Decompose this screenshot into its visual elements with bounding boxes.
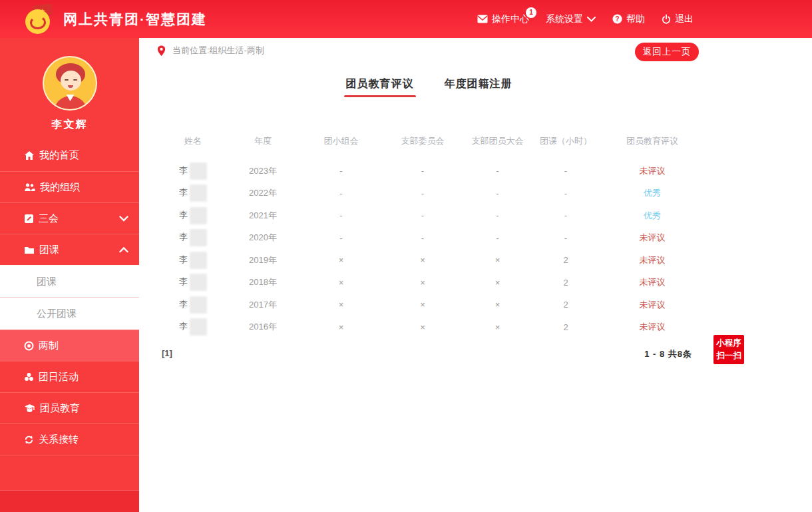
branch-committee-cell: × bbox=[383, 255, 463, 265]
year-cell: 2020年 bbox=[226, 232, 300, 244]
chevron-down-icon bbox=[587, 17, 596, 22]
nav-action-center-label: 操作中心 bbox=[492, 13, 529, 25]
column-header: 姓名 bbox=[160, 135, 226, 147]
redacted-name-blur bbox=[190, 207, 207, 224]
sidebar: 李文辉 我的首页 我的组织 三会 团课 bbox=[0, 38, 139, 512]
branch-assembly-cell: × bbox=[463, 322, 532, 332]
mini-program-line1: 小程序 bbox=[716, 337, 741, 350]
branch-committee-cell: × bbox=[383, 278, 463, 288]
avatar[interactable] bbox=[43, 56, 97, 111]
branch-assembly-cell: × bbox=[463, 278, 532, 288]
evaluation-value: 未评议 bbox=[599, 276, 706, 288]
nav-help[interactable]: ? 帮助 bbox=[612, 13, 645, 25]
name-cell: 李 bbox=[160, 229, 226, 246]
sidebar-item-member-education[interactable]: 团员教育 bbox=[0, 392, 139, 423]
sidebar-menu: 我的首页 我的组织 三会 团课 团课 bbox=[0, 140, 139, 486]
submenu-item-league-class[interactable]: 团课 bbox=[0, 266, 139, 298]
table-row: 李2018年×××2未评议 bbox=[160, 272, 706, 294]
column-header: 支部委员会 bbox=[383, 135, 463, 147]
evaluation-value: 未评议 bbox=[599, 254, 706, 266]
redacted-name-blur bbox=[190, 318, 207, 336]
main-content: 当前位置:组织生活-两制 返回上一页 团员教育评议 年度团籍注册 姓名年度团小组… bbox=[139, 38, 812, 512]
name-cell: 李 bbox=[160, 184, 226, 202]
name-text: 李 bbox=[179, 322, 188, 332]
sidebar-item-label: 我的首页 bbox=[39, 149, 79, 162]
class-hours-cell: - bbox=[532, 210, 599, 220]
sidebar-spacer bbox=[0, 455, 139, 486]
sidebar-item-label: 我的组织 bbox=[40, 181, 80, 194]
pagination-page-1[interactable]: [1] bbox=[162, 348, 172, 358]
tab-member-education-evaluation[interactable]: 团员教育评议 bbox=[346, 77, 414, 97]
class-hours-cell: - bbox=[532, 188, 599, 198]
transfer-icon bbox=[24, 435, 34, 445]
evaluation-value: 未评议 bbox=[599, 232, 706, 244]
table-row: 李2021年----优秀 bbox=[160, 204, 706, 227]
nav-logout-label: 退出 bbox=[675, 13, 694, 25]
class-hours-cell: 2 bbox=[532, 300, 599, 310]
tab-annual-registration[interactable]: 年度团籍注册 bbox=[445, 77, 512, 97]
brand: ★ 网上共青团·智慧团建 bbox=[24, 4, 207, 35]
nav-settings[interactable]: 系统设置 bbox=[546, 13, 596, 25]
year-cell: 2019年 bbox=[226, 254, 300, 266]
column-header: 团课（小时） bbox=[532, 135, 599, 147]
class-hours-cell: 2 bbox=[532, 322, 599, 332]
table-row: 李2017年×××2未评议 bbox=[160, 294, 706, 316]
power-icon bbox=[662, 14, 671, 24]
branch-assembly-cell: - bbox=[463, 233, 532, 243]
class-hours-cell: - bbox=[532, 233, 599, 243]
group-meeting-cell: × bbox=[300, 278, 383, 288]
branch-assembly-cell: × bbox=[463, 255, 532, 265]
group-meeting-cell: - bbox=[300, 188, 383, 198]
mini-program-scan-badge[interactable]: 小程序 扫一扫 bbox=[713, 335, 744, 364]
home-icon bbox=[24, 150, 35, 160]
sidebar-item-three-meetings[interactable]: 三会 bbox=[0, 202, 139, 234]
mini-program-line2: 扫一扫 bbox=[716, 350, 741, 362]
sidebar-item-label: 团课 bbox=[39, 244, 59, 256]
name-text: 李 bbox=[179, 254, 188, 264]
evaluation-value: 优秀 bbox=[599, 210, 706, 222]
nav-help-label: 帮助 bbox=[626, 13, 645, 25]
year-cell: 2016年 bbox=[226, 321, 300, 333]
branch-committee-cell: - bbox=[383, 188, 463, 198]
envelope-icon bbox=[477, 15, 488, 23]
folder-icon bbox=[24, 246, 35, 254]
header-nav: 操作中心 1 系统设置 ? 帮助 退出 bbox=[477, 0, 694, 38]
group-meeting-cell: - bbox=[300, 210, 383, 220]
back-button[interactable]: 返回上一页 bbox=[635, 43, 699, 61]
member-table-header: 姓名年度团小组会支部委员会支部团员大会团课（小时）团员教育评议 bbox=[160, 131, 706, 151]
redacted-name-blur bbox=[190, 252, 207, 269]
branch-assembly-cell: × bbox=[463, 300, 532, 310]
year-cell: 2023年 bbox=[226, 165, 300, 177]
app-title: 网上共青团·智慧团建 bbox=[63, 10, 207, 29]
evaluation-table: 姓名年度团小组会支部委员会支部团员大会团课（小时）团员教育评议 李2023年--… bbox=[160, 131, 706, 338]
submenu-item-public-league-class[interactable]: 公开团课 bbox=[0, 298, 139, 330]
column-header: 支部团员大会 bbox=[463, 135, 532, 147]
league-class-submenu: 团课 公开团课 bbox=[0, 265, 139, 330]
chevron-up-icon bbox=[119, 247, 128, 253]
nav-logout[interactable]: 退出 bbox=[662, 13, 694, 25]
username: 李文辉 bbox=[0, 118, 139, 132]
nav-action-center[interactable]: 操作中心 1 bbox=[477, 13, 529, 25]
sidebar-footer bbox=[0, 490, 139, 512]
sidebar-item-my-home[interactable]: 我的首页 bbox=[0, 140, 139, 171]
sidebar-item-label: 两制 bbox=[39, 340, 59, 352]
user-profile: 李文辉 bbox=[0, 38, 139, 132]
class-hours-cell: - bbox=[532, 166, 599, 176]
sidebar-item-relationship-transfer[interactable]: 关系接转 bbox=[0, 423, 139, 455]
evaluation-value: 未评议 bbox=[599, 321, 706, 333]
sidebar-item-my-organization[interactable]: 我的组织 bbox=[0, 171, 139, 202]
column-header: 年度 bbox=[226, 135, 300, 147]
svg-text:?: ? bbox=[615, 15, 619, 23]
redacted-name-blur bbox=[190, 162, 207, 180]
sidebar-item-league-day-activity[interactable]: 团日活动 bbox=[0, 361, 139, 392]
sidebar-item-two-systems[interactable]: 两制 bbox=[0, 330, 139, 361]
sidebar-item-league-class[interactable]: 团课 bbox=[0, 234, 139, 265]
name-cell: 李 bbox=[160, 274, 226, 291]
name-text: 李 bbox=[179, 232, 188, 242]
name-cell: 李 bbox=[160, 318, 226, 336]
name-cell: 李 bbox=[160, 296, 226, 314]
year-cell: 2017年 bbox=[226, 299, 300, 311]
question-icon: ? bbox=[612, 14, 622, 24]
breadcrumb: 当前位置:组织生活-两制 bbox=[156, 45, 264, 57]
branch-assembly-cell: - bbox=[463, 210, 532, 220]
